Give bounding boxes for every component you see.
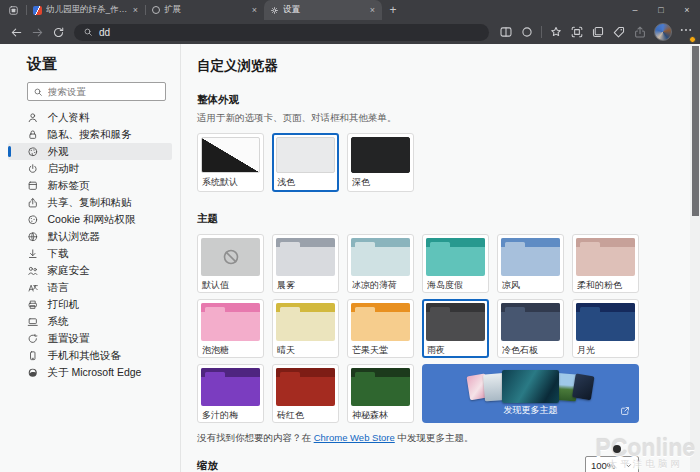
discover-label: 发现更多主题 (504, 404, 558, 417)
chrome-web-store-link[interactable]: Chrome Web Store (314, 432, 395, 443)
appearance-option-label: 浅色 (276, 177, 335, 187)
scrollbar-thumb[interactable] (692, 46, 699, 216)
sidebar-item-about[interactable]: 关于 Microsoft Edge (8, 364, 172, 381)
theme-island-getaway[interactable]: 海岛度假 (422, 234, 489, 293)
theme-brick-red[interactable]: 砖红色 (272, 364, 339, 423)
theme-bubble-gum[interactable]: 泡泡糖 (197, 299, 264, 358)
tab-article[interactable]: 幼儿园里的奸杀_作者专栏_太平× (27, 0, 145, 20)
appearance-option-light[interactable]: 浅色 (272, 133, 339, 192)
sidebar-item-system[interactable]: 系统 (8, 313, 172, 330)
split-screen-icon[interactable] (499, 25, 513, 39)
sidebar-item-profile[interactable]: 个人资料 (8, 109, 172, 126)
theme-juicy-plum[interactable]: 多汁的梅 (197, 364, 264, 423)
sidebar-item-reset[interactable]: 重置设置 (8, 330, 172, 347)
address-text: dd (99, 27, 110, 38)
theme-label: 月光 (576, 345, 635, 355)
sidebar-item-share-copy-paste[interactable]: 共享、复制和粘贴 (8, 194, 172, 211)
appearance-swatch-dark (351, 137, 410, 173)
scrollbar[interactable] (690, 44, 700, 472)
web-capture-icon[interactable] (570, 25, 584, 39)
overall-appearance-heading: 整体外观 (197, 93, 700, 107)
new-tab-button[interactable]: + (382, 0, 404, 20)
theme-morning-fog[interactable]: 晨雾 (272, 234, 339, 293)
theme-label: 多汁的梅 (201, 410, 260, 420)
theme-swatch (351, 303, 410, 341)
theme-swatch-tab (205, 307, 225, 313)
address-bar[interactable]: dd (74, 24, 489, 41)
sidebar-item-new-tab[interactable]: 新标签页 (8, 177, 172, 194)
discover-more-themes-card[interactable]: 发现更多主题 (422, 364, 639, 423)
favorites-icon[interactable] (549, 25, 563, 39)
theme-rainy-night[interactable]: 雨夜 (422, 299, 489, 358)
themes-heading: 主题 (197, 212, 700, 226)
extensions-favicon (152, 6, 160, 14)
theme-label: 海岛度假 (426, 280, 485, 290)
appearance-option-dark[interactable]: 深色 (347, 133, 414, 192)
theme-swatch-tab (430, 307, 450, 313)
theme-swatch-tab (280, 307, 300, 313)
more-menu-button[interactable] (679, 23, 693, 41)
theme-cool-breeze[interactable]: 凉风 (497, 234, 564, 293)
theme-swatch (351, 238, 410, 276)
collections-icon[interactable] (591, 25, 605, 39)
back-icon[interactable] (7, 23, 25, 41)
theme-label: 神秘森林 (351, 410, 410, 420)
theme-label: 雨夜 (426, 345, 485, 355)
theme-thumbnails (422, 368, 639, 404)
tab-close-icon[interactable]: × (132, 6, 139, 15)
power-icon (27, 163, 39, 175)
browser-essentials-icon[interactable] (520, 25, 534, 39)
search-settings-input[interactable] (48, 86, 160, 97)
store-note: 没有找到你想要的内容？在 Chrome Web Store 中发现更多主题。 (197, 432, 700, 445)
profile-avatar[interactable] (654, 23, 672, 41)
sidebar-item-label: 家庭安全 (48, 264, 90, 278)
sidebar-item-startup[interactable]: 启动时 (8, 160, 172, 177)
sidebar-item-privacy[interactable]: 隐私、搜索和服务 (8, 126, 172, 143)
theme-moonlight[interactable]: 月光 (572, 299, 639, 358)
sidebar-item-languages[interactable]: 语言 (8, 279, 172, 296)
forward-icon[interactable] (28, 23, 46, 41)
appearance-option-system[interactable]: 系统默认 (197, 133, 264, 192)
sidebar-item-label: 打印机 (48, 298, 80, 312)
sidebar-item-printers[interactable]: 打印机 (8, 296, 172, 313)
toolbar-icons (499, 23, 693, 41)
refresh-icon[interactable] (49, 23, 67, 41)
download-icon (27, 248, 39, 260)
theme-swatch-tab (505, 307, 525, 313)
sidebar-search[interactable] (27, 82, 166, 101)
settings-nav: 个人资料隐私、搜索和服务外观启动时新标签页共享、复制和粘贴Cookie 和网站权… (0, 105, 180, 381)
tab-settings[interactable]: 设置× (264, 0, 382, 20)
theme-swatch (201, 238, 260, 276)
theme-cool-slate[interactable]: 冷色石板 (497, 299, 564, 358)
theme-sunny-day[interactable]: 晴天 (272, 299, 339, 358)
sidebar-item-label: 语言 (48, 281, 69, 295)
theme-icy-mint[interactable]: 冰凉的薄荷 (347, 234, 414, 293)
tab-strip: 幼儿园里的奸杀_作者专栏_太平×扩展×设置× (26, 0, 382, 20)
tab-actions-icon[interactable] (0, 0, 26, 20)
sidebar-item-downloads[interactable]: 下载 (8, 245, 172, 262)
sidebar-item-phone-devices[interactable]: 手机和其他设备 (8, 347, 172, 364)
sidebar-item-label: 系统 (48, 315, 69, 329)
maximize-button[interactable]: □ (648, 0, 674, 20)
tab-title: 扩展 (164, 4, 247, 16)
sidebar-item-cookies-permissions[interactable]: Cookie 和网站权限 (8, 211, 172, 228)
share-icon[interactable] (633, 25, 647, 39)
close-window-button[interactable]: × (674, 0, 700, 20)
sidebar-title: 设置 (27, 56, 180, 72)
shopping-icon[interactable] (612, 25, 626, 39)
theme-mango-paradise[interactable]: 芒果天堂 (347, 299, 414, 358)
theme-swatch (501, 303, 560, 341)
tab-close-icon[interactable]: × (369, 6, 376, 15)
sidebar-item-appearance[interactable]: 外观 (8, 143, 172, 160)
zoom-dropdown[interactable]: 100% (585, 456, 639, 472)
theme-default[interactable]: 默认值 (197, 234, 264, 293)
sidebar-item-family-safety[interactable]: 家庭安全 (8, 262, 172, 279)
theme-soft-pink[interactable]: 柔和的粉色 (572, 234, 639, 293)
theme-label: 泡泡糖 (201, 345, 260, 355)
overall-appearance-options: 系统默认浅色深色 (197, 133, 700, 192)
theme-mystic-forest[interactable]: 神秘森林 (347, 364, 414, 423)
minimize-button[interactable]: – (622, 0, 648, 20)
tab-close-icon[interactable]: × (251, 6, 258, 15)
tab-extensions[interactable]: 扩展× (146, 0, 264, 20)
sidebar-item-default-browser[interactable]: 默认浏览器 (8, 228, 172, 245)
